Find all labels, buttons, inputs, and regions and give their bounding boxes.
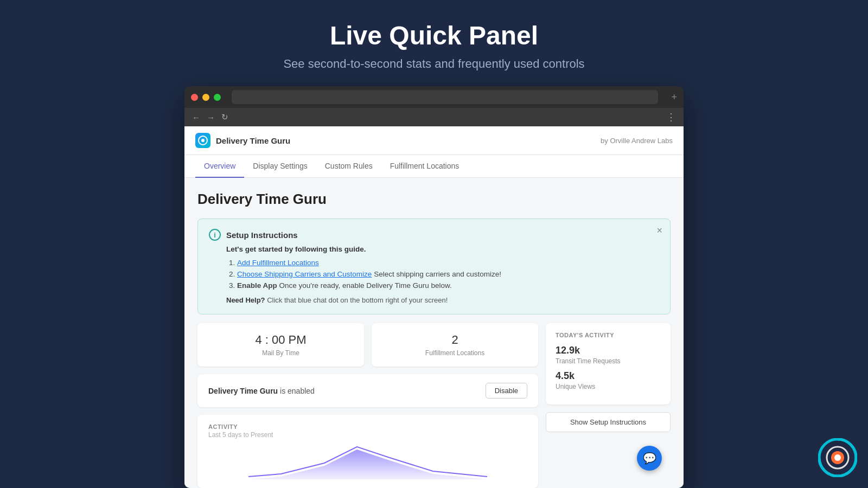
page-title: Live Quick Panel xyxy=(283,21,584,50)
activity-section-subtitle: Last 5 days to Present xyxy=(208,431,527,439)
app-header: Delivery Time Guru by Orville Andrew Lab… xyxy=(184,126,684,155)
show-setup-instructions-button[interactable]: Show Setup Instructions xyxy=(546,412,671,432)
app-content: Delivery Time Guru by Orville Andrew Lab… xyxy=(184,126,684,488)
setup-card-title: Setup Instructions xyxy=(226,230,298,240)
minimize-window-button[interactable] xyxy=(202,94,209,101)
mail-by-time-value: 4 : 00 PM xyxy=(208,333,353,347)
today-activity-card: TODAY'S ACTIVITY 12.9k Transit Time Requ… xyxy=(546,323,671,404)
transit-time-value: 12.9k xyxy=(556,345,661,356)
unique-views-label: Unique Views xyxy=(556,383,661,390)
content-row: 4 : 00 PM Mail By Time 2 Fulfillment Loc… xyxy=(197,323,671,488)
setup-steps: Add Fulfillment Locations Choose Shippin… xyxy=(209,259,659,290)
need-help-detail: Click that blue chat dot on the bottom r… xyxy=(267,296,448,304)
back-button[interactable]: ← xyxy=(192,113,200,122)
tab-display-settings[interactable]: Display Settings xyxy=(244,155,316,178)
fulfillment-locations-label: Fulfillment Locations xyxy=(382,349,527,357)
transit-time-label: Transit Time Requests xyxy=(556,357,661,365)
chat-bubble-button[interactable]: 💬 xyxy=(637,446,662,471)
tab-overview[interactable]: Overview xyxy=(195,155,244,178)
stat-fulfillment-locations: 2 Fulfillment Locations xyxy=(372,323,538,367)
left-column: 4 : 00 PM Mail By Time 2 Fulfillment Loc… xyxy=(197,323,538,488)
svg-point-1 xyxy=(201,139,205,142)
mail-by-time-label: Mail By Time xyxy=(208,349,353,357)
app-logo-icon xyxy=(195,133,210,148)
page-subtitle: See second-to-second stats and frequentl… xyxy=(283,57,584,71)
more-options-button[interactable]: ⋮ xyxy=(666,111,676,123)
app-by-label: by Orville Andrew Labs xyxy=(601,137,673,145)
enable-card: Delivery Time Guru is enabled Disable xyxy=(197,374,538,407)
browser-window: + ← → ↻ ⋮ Delivery Time Guru by Orville … xyxy=(184,86,684,488)
fulfillment-locations-value: 2 xyxy=(382,333,527,347)
address-bar[interactable] xyxy=(232,90,658,104)
unique-views-stat: 4.5k Unique Views xyxy=(556,370,661,390)
setup-instructions-card: i Setup Instructions × Let's get started… xyxy=(197,219,671,314)
setup-step-2-text: Select shipping carriers and customize! xyxy=(374,270,501,278)
setup-step-3-text: Once you're ready, enable Delivery Time … xyxy=(279,281,452,290)
chat-icon: 💬 xyxy=(643,452,656,465)
activity-graph-section: ACTIVITY Last 5 days to Present xyxy=(197,415,538,488)
enable-app-label: Enable App xyxy=(237,281,277,290)
need-help-label: Need Help? xyxy=(226,296,265,304)
transit-time-stat: 12.9k Transit Time Requests xyxy=(556,345,661,365)
app-name: Delivery Time Guru xyxy=(216,136,290,145)
stat-mail-by-time: 4 : 00 PM Mail By Time xyxy=(197,323,364,367)
forward-button[interactable]: → xyxy=(207,113,215,122)
main-area: Delivery Time Guru i Setup Instructions … xyxy=(184,178,684,488)
enable-text: Delivery Time Guru is enabled xyxy=(208,387,315,395)
close-setup-button[interactable]: × xyxy=(656,226,662,235)
new-tab-button[interactable]: + xyxy=(671,92,677,103)
tab-custom-rules[interactable]: Custom Rules xyxy=(316,155,381,178)
need-help-text: Need Help? Click that blue chat dot on t… xyxy=(209,296,659,304)
info-icon: i xyxy=(209,229,221,241)
tab-fulfillment-locations[interactable]: Fulfillment Locations xyxy=(381,155,468,178)
disable-button[interactable]: Disable xyxy=(486,383,527,399)
page-header: Live Quick Panel See second-to-second st… xyxy=(283,0,584,86)
unique-views-value: 4.5k xyxy=(556,370,661,382)
setup-card-subtitle: Let's get started by following this guid… xyxy=(209,245,659,253)
maximize-window-button[interactable] xyxy=(214,94,221,101)
svg-point-6 xyxy=(834,454,841,461)
add-fulfillment-locations-link[interactable]: Add Fulfillment Locations xyxy=(237,259,319,267)
enable-status-text: is enabled xyxy=(280,387,315,395)
activity-chart xyxy=(208,444,527,479)
content-page-title: Delivery Time Guru xyxy=(197,191,671,208)
app-logo-area: Delivery Time Guru xyxy=(195,133,290,148)
reload-button[interactable]: ↻ xyxy=(221,112,228,122)
setup-step-3: Enable App Once you're ready, enable Del… xyxy=(237,281,659,290)
stats-row: 4 : 00 PM Mail By Time 2 Fulfillment Loc… xyxy=(197,323,538,367)
setup-card-header: i Setup Instructions xyxy=(209,229,659,241)
setup-step-1: Add Fulfillment Locations xyxy=(237,259,659,267)
choose-shipping-link[interactable]: Choose Shipping Carriers and Customize xyxy=(237,270,372,278)
today-activity-title: TODAY'S ACTIVITY xyxy=(556,332,661,338)
close-window-button[interactable] xyxy=(191,94,198,101)
setup-step-2: Choose Shipping Carriers and Customize S… xyxy=(237,270,659,278)
nav-tabs: Overview Display Settings Custom Rules F… xyxy=(184,155,684,178)
corner-logo xyxy=(818,438,857,477)
browser-titlebar: + xyxy=(184,86,684,108)
activity-section-title: ACTIVITY xyxy=(208,423,527,430)
app-name-enable: Delivery Time Guru xyxy=(208,387,278,395)
browser-toolbar: ← → ↻ ⋮ xyxy=(184,108,684,126)
